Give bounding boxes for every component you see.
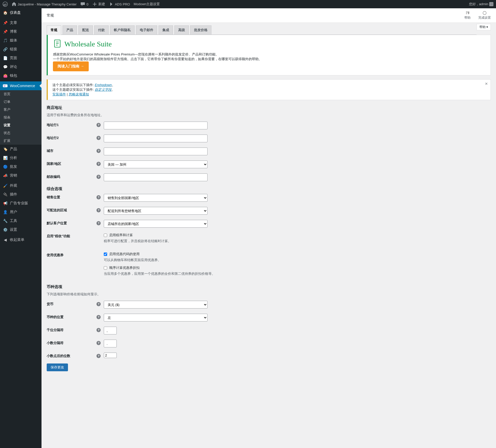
country-select[interactable]: 美国 — 加州: [104, 160, 208, 168]
help-icon[interactable]: ?: [97, 162, 101, 166]
collapse-icon: ◀: [3, 237, 8, 242]
close-icon[interactable]: ✕: [484, 82, 488, 86]
submenu-status[interactable]: 状态: [0, 129, 42, 137]
decimals-input[interactable]: [104, 353, 117, 358]
section-title: 综合选项: [47, 186, 491, 191]
help-icon[interactable]: ?: [97, 315, 101, 319]
page-icon: 📄: [3, 55, 8, 61]
postcode-input[interactable]: [104, 173, 208, 181]
menu-appearance[interactable]: 🖌️外观: [0, 181, 42, 190]
menu-media[interactable]: 🎵媒体: [0, 36, 42, 45]
submenu-home[interactable]: 首页: [0, 90, 42, 98]
address1-input[interactable]: [104, 122, 208, 129]
city-input[interactable]: [104, 148, 208, 155]
label-city: 城市?: [47, 148, 104, 153]
help-icon[interactable]: ?: [97, 195, 101, 199]
help-button[interactable]: 帮助: [464, 11, 471, 20]
menu-marketing[interactable]: 📣营销: [0, 171, 42, 180]
label-country: 国家/地区?: [47, 160, 104, 166]
wp-logo[interactable]: [3, 2, 8, 7]
coupons-checkbox[interactable]: [104, 253, 107, 256]
comments-link[interactable]: 0: [80, 2, 88, 7]
help-icon[interactable]: ?: [97, 221, 101, 225]
submenu-orders[interactable]: 订单: [0, 98, 42, 106]
submenu-settings[interactable]: 设置: [0, 121, 42, 129]
menu-pages[interactable]: 📄页面: [0, 54, 42, 62]
menu-comments[interactable]: 💬评论: [0, 62, 42, 71]
help-icon[interactable]: ?: [97, 328, 101, 332]
menu-links[interactable]: 🔗链接: [0, 45, 42, 54]
tab-wholesale[interactable]: 批发价格: [190, 25, 211, 35]
menu-wholesale[interactable]: 🔵批发: [0, 162, 42, 171]
help-icon[interactable]: ?: [97, 208, 101, 212]
megaphone-icon: 📣: [3, 173, 8, 178]
menu-posts[interactable]: 📌文章: [0, 18, 42, 27]
tax-checkbox[interactable]: [104, 234, 107, 237]
shipping-loc-select[interactable]: 配送到所有您销售地区: [104, 207, 208, 215]
finish-setup-button[interactable]: 完成设置: [478, 11, 491, 20]
brush-icon: 🖌️: [3, 183, 8, 188]
menu-products[interactable]: 🏷️产品: [0, 145, 42, 153]
plugin-link[interactable]: Erphpdown: [95, 83, 112, 87]
help-tab[interactable]: 帮助 ▾: [477, 24, 491, 30]
read-guide-button[interactable]: 阅读入门指南 →: [53, 61, 89, 71]
page-title: 常规: [47, 13, 54, 18]
modown-link[interactable]: Modown主题设置: [134, 2, 160, 6]
thousand-sep-input[interactable]: [104, 327, 117, 334]
menu-adspro[interactable]: 📢广告专业版: [0, 199, 42, 208]
submenu-customers[interactable]: 客户: [0, 106, 42, 114]
tab-accounts[interactable]: 帐户和隐私: [110, 25, 135, 35]
tab-integration[interactable]: 集成: [159, 25, 173, 35]
svg-text:W: W: [4, 85, 6, 87]
save-button[interactable]: 保存更改: [47, 363, 68, 371]
page-header: 常规 帮助 完成设置: [42, 8, 496, 23]
notice-actions: 安装插件 | 忽略这项通知: [52, 92, 486, 97]
menu-tools[interactable]: 🔧工具: [0, 216, 42, 225]
dismiss-link[interactable]: 忽略这项通知: [69, 92, 89, 96]
submenu-extensions[interactable]: 扩展: [0, 137, 42, 145]
default-cust-select[interactable]: 店铺所在的国家/地区: [104, 220, 208, 228]
woo-icon: W: [3, 83, 8, 88]
install-link[interactable]: 安装插件: [52, 92, 66, 96]
help-icon[interactable]: ?: [97, 354, 101, 358]
menu-wallet[interactable]: 👛钱包: [0, 71, 42, 80]
decimal-sep-input[interactable]: [104, 340, 117, 347]
wholesale-notice: ✕ Wholesale Suite 感谢您购买WooCommerce Whole…: [47, 35, 491, 75]
plugin-icon: 🔌: [3, 192, 8, 197]
help-icon[interactable]: ?: [97, 175, 101, 179]
help-icon[interactable]: ?: [97, 149, 101, 153]
coupons-sequential-checkbox[interactable]: [104, 266, 107, 270]
tab-emails[interactable]: 电子邮件: [136, 25, 157, 35]
help-icon[interactable]: ?: [97, 123, 101, 127]
currency-select[interactable]: 美元 ($): [104, 301, 208, 309]
currency-pos-select[interactable]: 左: [104, 314, 208, 321]
ads-link[interactable]: ADS PRO: [109, 2, 130, 7]
submenu-reports[interactable]: 报表: [0, 114, 42, 121]
help-icon[interactable]: ?: [97, 302, 101, 306]
menu-dashboard[interactable]: 🏠仪表盘: [0, 8, 42, 17]
pin-icon: 📌: [3, 29, 8, 34]
menu-settings[interactable]: ⚙️设置: [0, 225, 42, 234]
new-link[interactable]: 新建: [92, 2, 105, 7]
tab-general[interactable]: 常规: [47, 25, 61, 35]
close-icon[interactable]: ✕: [490, 2, 494, 6]
tab-products[interactable]: 产品: [63, 25, 77, 35]
selling-loc-select[interactable]: 销售到全部国家/地区: [104, 194, 208, 202]
menu-collapse[interactable]: ◀收起菜单: [0, 235, 42, 244]
label-enable-tax: 启用"税收"功能: [47, 233, 104, 239]
address2-input[interactable]: [104, 135, 208, 142]
menu-woocommerce[interactable]: WWooCommerce: [0, 81, 42, 90]
wholesale-logo-icon: [53, 39, 62, 49]
tab-advanced[interactable]: 高级: [174, 25, 189, 35]
help-icon[interactable]: ?: [97, 341, 101, 345]
site-link[interactable]: Jacqueline - Massage Theraphy Center: [11, 2, 77, 7]
help-icon[interactable]: ?: [97, 136, 101, 140]
plugin-link[interactable]: 自定义字段: [95, 88, 112, 92]
tab-payments[interactable]: 付款: [94, 25, 109, 35]
menu-analytics[interactable]: 📊分析: [0, 153, 42, 162]
menu-blog[interactable]: 📌博客: [0, 27, 42, 36]
menu-plugins[interactable]: 🔌插件: [0, 190, 42, 199]
menu-users[interactable]: 👤用户: [0, 208, 42, 216]
tab-shipping[interactable]: 配送: [78, 25, 93, 35]
ads-icon: 📢: [3, 201, 8, 206]
